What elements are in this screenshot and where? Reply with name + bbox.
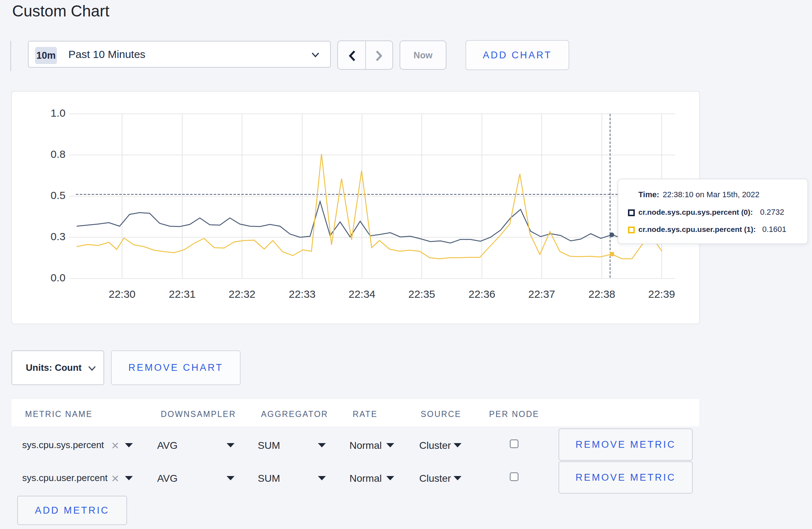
svg-text:0.3: 0.3 <box>50 230 66 242</box>
svg-text:0.0: 0.0 <box>50 272 66 283</box>
svg-text:22:30: 22:30 <box>108 288 135 300</box>
svg-text:22:36: 22:36 <box>468 288 495 300</box>
svg-text:22:37: 22:37 <box>528 288 555 300</box>
svg-text:0.5: 0.5 <box>50 189 66 201</box>
svg-text:22:32: 22:32 <box>228 288 255 300</box>
svg-text:22:34: 22:34 <box>348 288 375 300</box>
svg-text:22:31: 22:31 <box>169 288 195 300</box>
svg-text:22:39: 22:39 <box>648 288 675 300</box>
svg-text:1.0: 1.0 <box>50 107 66 119</box>
svg-text:0.8: 0.8 <box>50 148 66 160</box>
svg-text:22:38: 22:38 <box>588 288 615 300</box>
svg-text:22:33: 22:33 <box>289 288 315 300</box>
svg-text:22:35: 22:35 <box>408 288 435 300</box>
